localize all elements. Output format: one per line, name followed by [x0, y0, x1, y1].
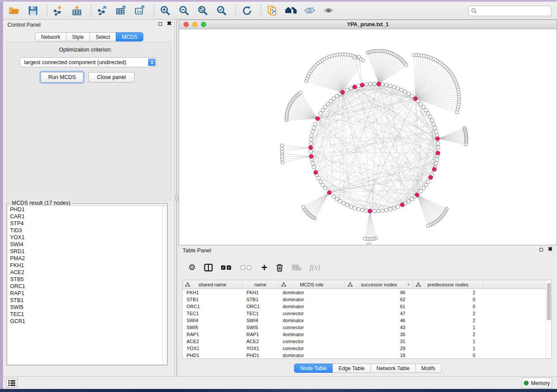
result-item[interactable]: STP4: [8, 220, 167, 227]
column-header-successor-nodes[interactable]: successor nodes: [345, 280, 413, 289]
result-item[interactable]: ACE2: [8, 269, 167, 276]
apply-layout-icon[interactable]: [240, 4, 253, 17]
table-row[interactable]: RAP1RAP1dominator352: [183, 331, 551, 338]
save-session-icon[interactable]: [26, 4, 39, 17]
tab-motifs[interactable]: Motifs: [415, 364, 442, 373]
result-item[interactable]: STB1: [8, 297, 167, 304]
delete-column-icon[interactable]: [276, 262, 284, 273]
tab-node-table[interactable]: Node Table: [294, 364, 333, 373]
table-scrollbar[interactable]: [546, 280, 551, 358]
tab-network[interactable]: Network: [35, 32, 66, 41]
export-table-icon[interactable]: [114, 4, 128, 17]
status-bar: Memory: [3, 376, 557, 389]
result-item[interactable]: PHD1: [8, 206, 167, 213]
zoom-in-icon[interactable]: [159, 4, 172, 17]
result-item[interactable]: ORC1: [8, 283, 167, 290]
column-label: shared name: [198, 282, 226, 287]
cell: SWI5: [183, 324, 242, 331]
table-panel-close-icon[interactable]: ✖: [548, 247, 553, 251]
control-panel-close-icon[interactable]: ✖: [167, 21, 172, 26]
import-network-icon[interactable]: [52, 4, 65, 17]
zoom-fit-icon[interactable]: [196, 4, 209, 17]
column-header-name[interactable]: name: [242, 280, 279, 289]
criterion-value: largest connected component (undirected): [24, 59, 126, 65]
import-table-icon[interactable]: [70, 4, 83, 17]
table-row[interactable]: YOX1YOX1connector291: [183, 345, 551, 352]
cell: 29: [345, 345, 413, 352]
create-column-icon[interactable]: +: [261, 262, 267, 273]
hide-selected-icon[interactable]: [303, 4, 316, 17]
first-neighbors-icon[interactable]: [284, 4, 298, 17]
search-input[interactable]: [468, 6, 551, 16]
tab-select[interactable]: Select: [90, 32, 116, 41]
criterion-dropdown[interactable]: largest connected component (undirected): [20, 57, 157, 67]
column-label: MCDS role: [300, 282, 324, 287]
table-row[interactable]: ORC1ORC1dominator610: [183, 303, 551, 310]
result-item[interactable]: YOX1: [8, 234, 167, 241]
result-item[interactable]: TID3: [8, 227, 167, 234]
column-header-predecessor-nodes[interactable]: predecessor nodes: [413, 280, 483, 289]
duplicate-network-icon[interactable]: [266, 4, 279, 17]
cell: 46: [345, 317, 413, 324]
result-item[interactable]: FKH1: [8, 262, 167, 269]
memory-button[interactable]: Memory: [522, 378, 552, 389]
table-settings-gear-icon[interactable]: ⚙: [188, 262, 196, 273]
result-item[interactable]: SWI4: [8, 241, 167, 248]
delete-table-icon[interactable]: [292, 262, 301, 273]
zoom-selected-icon[interactable]: [215, 4, 228, 17]
column-header-shared-name[interactable]: shared name: [183, 280, 242, 289]
result-item[interactable]: TEC1: [8, 311, 167, 318]
network-graph[interactable]: [179, 29, 557, 245]
cell: PHD1: [183, 352, 242, 359]
desktop-strip-left: [0, 2, 3, 389]
cell: YOX1: [242, 345, 279, 352]
table-row[interactable]: STB1STB1dominator620: [183, 296, 551, 303]
result-item[interactable]: PMA2: [8, 255, 167, 262]
column-type-icon: [281, 282, 286, 287]
table-scrollbar-thumb[interactable]: [547, 283, 551, 320]
result-item[interactable]: SRD1: [8, 248, 167, 255]
table-row[interactable]: ACE2ACE2connector311: [183, 338, 551, 345]
function-builder-icon[interactable]: f(x): [310, 262, 320, 273]
cell: PHD1: [242, 352, 279, 359]
cell: 35: [345, 331, 413, 338]
vertical-splitter-handle[interactable]: [175, 195, 178, 201]
result-item[interactable]: STB5: [8, 276, 167, 283]
tab-style[interactable]: Style: [66, 32, 90, 41]
network-window-title: YPA_prune.txt_1: [179, 21, 557, 28]
table-row[interactable]: SWI5SWI5connector431: [183, 324, 551, 331]
close-panel-button[interactable]: Close panel: [88, 72, 135, 83]
column-label: name: [254, 282, 266, 287]
export-network-icon[interactable]: [96, 4, 109, 17]
run-mcds-button[interactable]: Run MCDS: [41, 72, 83, 83]
table-panel-float-icon[interactable]: [540, 248, 543, 251]
show-panels-list-button[interactable]: [6, 378, 17, 388]
result-item[interactable]: CAR1: [8, 213, 167, 220]
result-item[interactable]: GCR1: [8, 318, 167, 325]
deselect-all-columns-icon[interactable]: [241, 262, 253, 273]
table-row[interactable]: SWI4SWI4dominator462: [183, 317, 551, 324]
cell: ACE2: [183, 338, 242, 345]
network-window: YPA_prune.txt_1: [179, 20, 557, 245]
network-canvas[interactable]: [179, 29, 557, 245]
memory-label: Memory: [531, 380, 550, 386]
table-row[interactable]: TEC1TEC1connector472: [183, 310, 551, 317]
show-columns-icon[interactable]: [204, 262, 213, 273]
table-row[interactable]: PHD1PHD1dominator180: [183, 352, 551, 359]
result-list-scrollbar[interactable]: [162, 206, 167, 364]
tab-edge-table[interactable]: Edge Table: [332, 364, 371, 373]
tab-mcds[interactable]: MCDS: [116, 32, 143, 41]
cell: dominator: [279, 303, 345, 310]
tab-network-table[interactable]: Network Table: [370, 364, 416, 373]
result-item[interactable]: SWI5: [8, 304, 167, 311]
export-image-icon[interactable]: [133, 4, 146, 17]
table-row[interactable]: FKH1FKH1dominator962: [183, 289, 551, 296]
network-window-titlebar[interactable]: YPA_prune.txt_1: [179, 20, 557, 29]
column-header-MCDS-role[interactable]: MCDS role: [279, 280, 345, 289]
select-all-columns-icon[interactable]: ✓✓: [221, 262, 232, 273]
show-all-icon[interactable]: [322, 4, 335, 17]
control-panel-float-icon[interactable]: [159, 22, 162, 26]
open-file-icon[interactable]: [7, 4, 21, 17]
zoom-out-icon[interactable]: [177, 4, 190, 17]
result-item[interactable]: RAP1: [8, 290, 167, 297]
